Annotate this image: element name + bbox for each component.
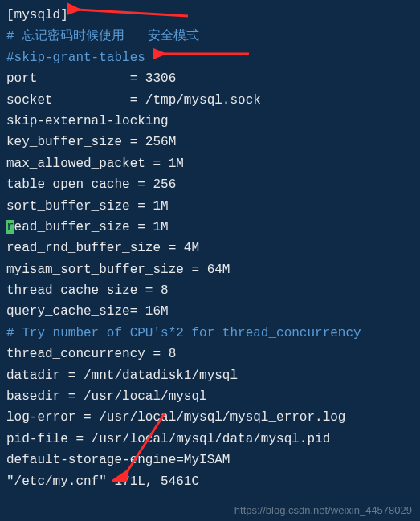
- terminal-output: [mysqld] # 忘记密码时候使用 安全模式 #skip-grant-tab…: [0, 0, 420, 497]
- vim-status-line: "/etc/my.cnf" 171L, 5461C: [6, 471, 414, 492]
- config-key-buffer: key_buffer_size = 256M: [6, 132, 414, 153]
- comment-skip-grant: #skip-grant-tables: [6, 47, 414, 68]
- config-socket: socket = /tmp/mysql.sock: [6, 90, 414, 111]
- section-header: [mysqld]: [6, 5, 414, 26]
- comment-line: # 忘记密码时候使用 安全模式: [6, 26, 414, 47]
- config-read-rnd: read_rnd_buffer_size = 4M: [6, 238, 414, 258]
- config-datadir: datadir = /mnt/datadisk1/mysql: [6, 365, 414, 386]
- config-basedir: basedir = /usr/local/mysql: [6, 386, 414, 407]
- config-thread-cache: thread_cache_size = 8: [6, 280, 414, 301]
- config-query-cache: query_cache_size= 16M: [6, 301, 414, 322]
- config-table-cache: table_open_cache = 256: [6, 174, 414, 195]
- config-myisam: myisam_sort_buffer_size = 64M: [6, 259, 414, 280]
- config-sort-buffer: sort_buffer_size = 1M: [6, 196, 414, 217]
- config-log-error: log-error = /usr/local/mysql/mysql_error…: [6, 407, 414, 428]
- config-read-buffer: read_buffer_size = 1M: [6, 217, 414, 238]
- watermark-text: https://blog.csdn.net/weixin_44578029: [234, 504, 412, 516]
- comment-cpu: # Try number of CPU's*2 for thread_concu…: [6, 323, 414, 344]
- config-pid-file: pid-file = /usr/local/mysql/data/mysql.p…: [6, 429, 414, 450]
- config-default-engine: default-storage-engine=MyISAM: [6, 450, 414, 470]
- cursor-position: r: [6, 220, 14, 234]
- config-max-packet: max_allowed_packet = 1M: [6, 153, 414, 174]
- config-thread-concurrency: thread_concurrency = 8: [6, 344, 414, 364]
- config-port: port = 3306: [6, 68, 414, 89]
- config-skip-external: skip-external-locking: [6, 111, 414, 132]
